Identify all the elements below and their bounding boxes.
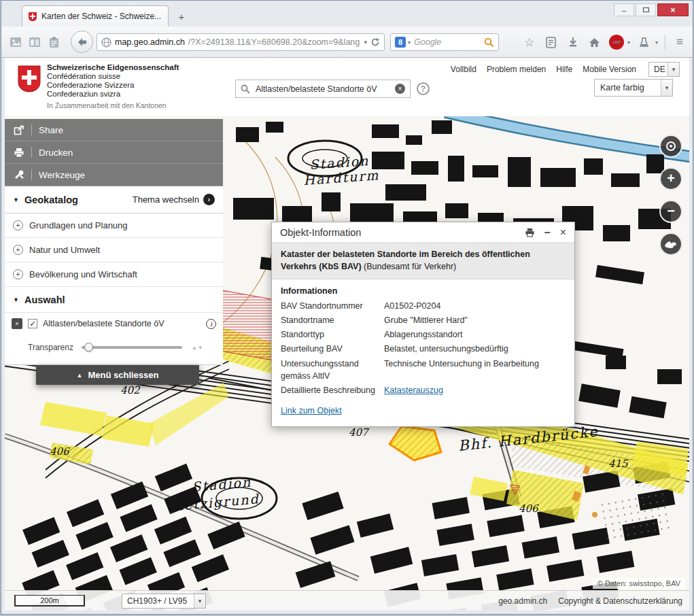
- crs-chevron-icon: ▾: [194, 594, 205, 608]
- popup-section-title: Informationen: [281, 286, 566, 296]
- katasterauszug-link[interactable]: Katasterauszug: [384, 384, 566, 396]
- zoom-out-button[interactable]: −: [659, 200, 682, 223]
- window-close-button[interactable]: ×: [657, 3, 689, 16]
- collapse-up-icon: ▲: [77, 372, 83, 379]
- link-hilfe[interactable]: Hilfe: [556, 65, 572, 74]
- remove-layer-button[interactable]: ×: [12, 318, 22, 329]
- catalog-item-bevoelkerung[interactable]: + Bevölkerung und Wirtschaft: [5, 262, 223, 287]
- map-attribution[interactable]: © Daten: swisstopo, BAV: [593, 578, 685, 589]
- url-dropdown-icon[interactable]: ▾: [364, 39, 367, 46]
- reload-icon[interactable]: [370, 37, 380, 47]
- popup-close-button[interactable]: ×: [560, 226, 566, 239]
- sidebar-item-tools[interactable]: Werkzeuge: [5, 164, 223, 186]
- browser-tab[interactable]: Karten der Schweiz - Schweize...: [22, 5, 169, 27]
- row-value: Technische Untersuchung in Bearbeitung: [384, 358, 566, 382]
- back-button[interactable]: [71, 31, 93, 53]
- scale-bar: 200m: [14, 595, 85, 606]
- home-icon[interactable]: [587, 35, 602, 50]
- geolocate-button[interactable]: [659, 135, 682, 158]
- search-engine-dropdown-icon[interactable]: ▾: [408, 39, 411, 46]
- map-search-field[interactable]: ×: [235, 80, 411, 98]
- transparency-slider[interactable]: [82, 346, 182, 349]
- popup-minimize-button[interactable]: –: [544, 229, 551, 236]
- catalog-item-grundlagen[interactable]: + Grundlagen und Planung: [5, 213, 223, 238]
- organization-name: Schweizerische Eidgenossenschaft Confédé…: [47, 63, 179, 99]
- layer-reorder-icons[interactable]: ▲▼: [192, 345, 204, 351]
- search-input[interactable]: [254, 84, 391, 95]
- popup-print-button[interactable]: [525, 228, 535, 237]
- catalog-item-label: Bevölkerung und Wirtschaft: [29, 269, 137, 279]
- language-select[interactable]: DE ▾: [648, 62, 680, 77]
- expand-plus-icon[interactable]: +: [13, 220, 23, 230]
- bookmark-star-icon[interactable]: ☆: [522, 35, 537, 50]
- row-value: Grube "Mittlerer Hard": [384, 314, 566, 326]
- transparency-label: Transparenz: [28, 343, 73, 352]
- adblock-icon[interactable]: ABP: [609, 35, 624, 50]
- sidebar-panel: ▼ Geokatalog Thema wechseln › + Grundlag…: [5, 186, 223, 365]
- catalog-item-natur[interactable]: + Natur und Umwelt: [5, 238, 223, 262]
- sidebar-item-print[interactable]: Drucken: [5, 141, 223, 164]
- search-go-icon[interactable]: [484, 37, 494, 48]
- row-label: Untersuchungsstand gemäss AltlV: [281, 358, 384, 382]
- switzerland-outline-icon: [664, 240, 678, 249]
- popup-source: Kataster der belasteten Standorte im Ber…: [272, 243, 574, 279]
- info-row: BAV StandortnummerA01502-P0204: [281, 300, 566, 312]
- new-tab-button[interactable]: +: [173, 9, 190, 24]
- downloads-icon[interactable]: [566, 35, 580, 50]
- expand-plus-icon[interactable]: +: [13, 269, 23, 279]
- language-chevron-icon: ▾: [667, 63, 679, 76]
- crs-select[interactable]: CH1903+ / LV95 ▾: [122, 594, 206, 609]
- selection-header[interactable]: ▼ Auswahl: [5, 287, 223, 313]
- map-footer: 200m CH1903+ / LV95 ▾ geo.admin.ch Copyr…: [5, 590, 689, 611]
- catalog-item-label: Natur und Umwelt: [29, 245, 100, 255]
- crs-value: CH1903+ / LV95: [122, 596, 194, 606]
- label-406-right: 406: [519, 502, 539, 515]
- object-link[interactable]: Link zum Objekt: [281, 406, 342, 415]
- extension-icon[interactable]: [637, 35, 652, 50]
- bookmarks-menu-icon[interactable]: [544, 35, 559, 50]
- window-maximize-button[interactable]: [636, 3, 656, 16]
- sidebar-item-share[interactable]: Share: [5, 119, 223, 141]
- change-theme-link[interactable]: Thema wechseln ›: [133, 194, 215, 205]
- expand-plus-icon[interactable]: +: [13, 245, 23, 255]
- url-bar[interactable]: map.geo.admin.ch/?X=249138.11&Y=680698.2…: [97, 33, 385, 51]
- close-menu-button[interactable]: ▲ Menü schliessen: [36, 365, 199, 385]
- image-tool-icon[interactable]: [8, 35, 23, 50]
- zoom-in-button[interactable]: +: [659, 167, 682, 190]
- footer-copyright-link[interactable]: Copyright & Datenschutzerklärung: [558, 596, 682, 606]
- link-vollbild[interactable]: Vollbild: [451, 65, 476, 74]
- geocatalog-header[interactable]: ▼ Geokatalog Thema wechseln ›: [5, 186, 223, 213]
- extension-dropdown-icon[interactable]: ▾: [655, 39, 658, 46]
- url-path: /?X=249138.11&Y=680698.20&zoom=9&lang=de…: [188, 37, 361, 47]
- object-info-popup: Objekt-Information – × Kataster der bela…: [271, 222, 575, 427]
- popup-title: Objekt-Information: [280, 227, 515, 238]
- popup-titlebar[interactable]: Objekt-Information – ×: [272, 222, 574, 243]
- browser-search-bar[interactable]: 8 ▾ Google: [390, 33, 499, 51]
- menu-hamburger-icon[interactable]: ≡: [672, 35, 687, 50]
- google-favicon: 8: [395, 37, 406, 48]
- row-value: Ablagerungsstandort: [384, 328, 566, 341]
- print-icon: [525, 228, 535, 237]
- layer-row: × ✓ Altlasten/belastete Standorte öV i: [5, 313, 223, 335]
- header-links: Vollbild Problem melden Hilfe Mobile Ver…: [451, 65, 636, 74]
- default-extent-button[interactable]: [659, 233, 682, 256]
- slider-thumb[interactable]: [84, 343, 93, 352]
- window-minimize-button[interactable]: –: [614, 3, 634, 16]
- info-row: Detaillierte BeschreibungKatasterauszug: [281, 384, 566, 396]
- adblock-dropdown-icon[interactable]: ▾: [627, 39, 630, 46]
- geocatalog-expander-icon[interactable]: ▼: [13, 196, 19, 203]
- back-arrow-icon: [77, 37, 88, 47]
- clipboard-tool-icon[interactable]: [46, 35, 61, 50]
- org-line-3: Confederazione Svizzera: [47, 81, 179, 90]
- search-clear-icon[interactable]: ×: [395, 84, 405, 94]
- help-button[interactable]: ?: [417, 82, 430, 95]
- layer-checkbox[interactable]: ✓: [28, 319, 37, 328]
- link-problem-melden[interactable]: Problem melden: [487, 65, 546, 74]
- layer-info-icon[interactable]: i: [206, 319, 216, 329]
- basemap-select[interactable]: Karte farbig ▾: [594, 79, 673, 97]
- selection-expander-icon[interactable]: ▼: [13, 296, 19, 303]
- geoadmin-header: Schweizerische Eidgenossenschaft Confédé…: [5, 58, 689, 116]
- link-mobile-version[interactable]: Mobile Version: [583, 65, 636, 74]
- window-tool-icon[interactable]: [27, 35, 42, 50]
- label-407: 407: [349, 426, 370, 439]
